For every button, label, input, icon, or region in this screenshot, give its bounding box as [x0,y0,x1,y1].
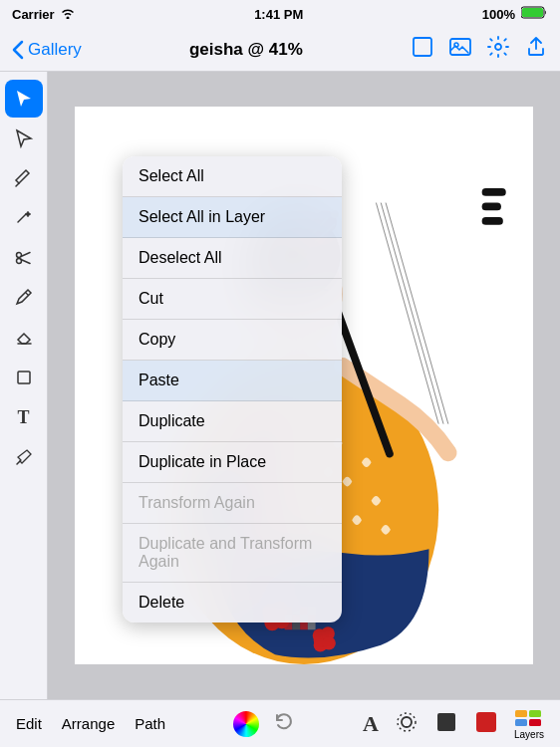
menu-duplicate-transform: Duplicate and Transform Again [123,524,342,583]
pencil-tool[interactable] [5,279,43,317]
nav-actions [411,35,548,64]
undo-btn[interactable] [273,710,295,737]
svg-rect-49 [482,217,503,225]
svg-rect-68 [515,719,527,726]
status-bar: Carrier 1:41 PM 100% [0,0,560,28]
svg-rect-43 [292,622,300,630]
color-wheel-btn[interactable] [233,711,259,737]
svg-rect-2 [414,38,431,56]
context-menu: Select All Select All in Layer Deselect … [123,156,342,622]
bottom-center-controls [233,710,295,737]
direct-select-tool[interactable] [5,120,43,157]
menu-select-all-layer[interactable]: Select All in Layer [123,197,342,238]
status-right: 100% [482,6,548,22]
layers-btn[interactable]: Layers [514,708,544,740]
svg-rect-67 [515,710,527,717]
menu-duplicate-in-place[interactable]: Duplicate in Place [123,442,342,483]
canvas-content: Select All Select All in Layer Deselect … [75,107,533,664]
menu-paste[interactable]: Paste [123,361,342,401]
battery-icon [521,6,548,22]
svg-rect-42 [285,622,293,630]
canvas-area: Select All Select All in Layer Deselect … [48,72,560,699]
svg-point-64 [398,713,416,731]
svg-rect-47 [482,188,506,196]
add-anchor-tool[interactable] [5,199,43,237]
carrier-label: Carrier [12,7,55,22]
svg-rect-69 [529,710,541,717]
back-label: Gallery [28,40,82,60]
menu-copy[interactable]: Copy [123,320,342,361]
eyedropper-tool[interactable] [5,438,43,476]
main-area: T [0,72,560,699]
svg-rect-44 [300,622,308,630]
svg-rect-45 [308,622,316,630]
svg-rect-11 [18,372,30,383]
back-button[interactable]: Gallery [12,40,82,60]
bottom-left-menu: Edit Arrange Path [16,715,165,732]
text-style-icon[interactable]: A [363,711,379,737]
battery-percent: 100% [482,7,515,22]
svg-rect-65 [437,713,455,731]
svg-point-5 [495,44,501,50]
settings-icon[interactable] [486,35,510,64]
bottom-toolbar: Edit Arrange Path A [0,699,560,747]
menu-transform-again: Transform Again [123,483,342,524]
left-toolbar: T [0,72,48,699]
square-icon[interactable] [434,710,458,738]
path-menu-btn[interactable]: Path [135,715,165,732]
image-icon[interactable] [448,35,472,64]
color-swatch-icon[interactable] [474,710,498,738]
frame-icon[interactable] [411,35,434,64]
menu-cut[interactable]: Cut [123,279,342,320]
text-tool[interactable]: T [5,398,43,436]
nav-bar: Gallery geisha @ 41% [0,28,560,72]
pen-tool[interactable] [5,159,43,197]
focus-icon[interactable] [395,710,419,738]
scissors-tool[interactable] [5,239,43,277]
status-time: 1:41 PM [254,7,303,22]
wifi-icon [60,7,76,22]
svg-rect-70 [529,719,541,726]
select-tool[interactable] [5,80,43,118]
shape-tool[interactable] [5,359,43,396]
menu-deselect-all[interactable]: Deselect All [123,238,342,279]
status-left: Carrier [12,7,76,22]
eraser-tool[interactable] [5,319,43,357]
menu-select-all[interactable]: Select All [123,156,342,197]
edit-menu-btn[interactable]: Edit [16,715,42,732]
share-icon[interactable] [524,35,548,64]
menu-delete[interactable]: Delete [123,583,342,622]
layers-label: Layers [514,729,544,740]
svg-rect-48 [482,203,501,211]
menu-duplicate[interactable]: Duplicate [123,401,342,442]
arrange-menu-btn[interactable]: Arrange [62,715,115,732]
nav-title: geisha @ 41% [189,40,303,60]
svg-rect-1 [522,8,543,17]
svg-point-63 [402,717,412,727]
svg-point-28 [322,636,336,650]
bottom-right-controls: A Layers [363,708,544,740]
svg-rect-66 [476,712,496,732]
